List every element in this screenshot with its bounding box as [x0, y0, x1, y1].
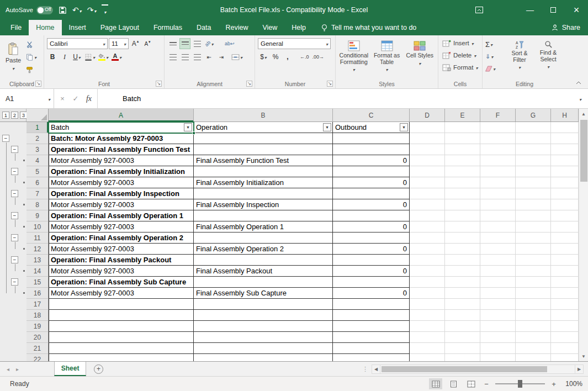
cell-g20[interactable] — [516, 332, 551, 343]
clear-dropdown-icon[interactable] — [493, 65, 495, 72]
cell-b8[interactable]: Final Assembly Inspection — [194, 199, 333, 210]
cell-a19[interactable] — [49, 321, 194, 332]
row-header-21[interactable]: 21 — [27, 343, 49, 354]
horizontal-scroll-track[interactable] — [380, 364, 575, 374]
cell-d4[interactable] — [410, 155, 445, 166]
cell-g15[interactable] — [516, 277, 551, 288]
cell-g8[interactable] — [516, 199, 551, 210]
copy-dropdown-icon[interactable] — [34, 53, 36, 61]
cell-h12[interactable] — [551, 244, 579, 255]
cell-g21[interactable] — [516, 343, 551, 354]
format-as-table-button[interactable]: Format as Table — [370, 37, 404, 79]
column-header-h[interactable]: H — [551, 109, 579, 121]
cell-a5[interactable]: Operation: Final Assembly Initialization — [49, 166, 194, 177]
tab-data[interactable]: Data — [189, 20, 218, 35]
align-center-button[interactable] — [179, 51, 190, 62]
cell-f20[interactable] — [480, 332, 516, 343]
cell-b12[interactable]: Final Assembly Operation 2 — [194, 244, 333, 255]
cell-a8[interactable]: Motor Assembly 927-0003 — [49, 199, 194, 210]
undo-dropdown-icon[interactable] — [80, 6, 82, 14]
comma-style-button[interactable]: , — [282, 51, 293, 62]
font-name-dropdown-icon[interactable] — [103, 40, 105, 47]
cell-a16[interactable]: Motor Assembly 927-0003 — [49, 288, 194, 299]
cell-e8[interactable] — [445, 199, 480, 210]
cell-c3[interactable] — [333, 144, 410, 155]
cell-g12[interactable] — [516, 244, 551, 255]
cell-b9[interactable] — [194, 210, 333, 221]
find-select-button[interactable]: Find & Select — [534, 37, 563, 79]
underline-dropdown-icon[interactable] — [78, 53, 81, 61]
column-header-b[interactable]: B — [194, 109, 333, 121]
cell-g4[interactable] — [516, 155, 551, 166]
cell-g6[interactable] — [516, 177, 551, 188]
outline-collapse-button-row-2[interactable]: − — [2, 135, 9, 142]
cell-b10[interactable]: Final Assembly Operation 1 — [194, 221, 333, 233]
format-as-table-dropdown-icon[interactable] — [386, 66, 388, 73]
cell-b21[interactable] — [194, 343, 333, 354]
enter-button[interactable]: ✓ — [70, 94, 82, 103]
tab-home[interactable]: Home — [29, 20, 61, 35]
cell-e18[interactable] — [445, 310, 480, 321]
cell-d3[interactable] — [410, 144, 445, 155]
cell-e6[interactable] — [445, 177, 480, 188]
cell-h8[interactable] — [551, 199, 579, 210]
insert-function-button[interactable]: fx — [83, 94, 95, 103]
cell-b1[interactable]: Operation — [194, 122, 333, 133]
insert-cells-button[interactable]: Insert — [440, 37, 480, 49]
autosum-button[interactable]: Σ — [484, 39, 505, 50]
cell-a9[interactable]: Operation: Final Assembly Operation 1 — [49, 210, 194, 221]
cell-d1[interactable] — [410, 122, 445, 133]
cell-a22[interactable] — [49, 354, 194, 361]
autosum-dropdown-icon[interactable] — [490, 40, 492, 48]
cell-g1[interactable] — [516, 122, 551, 133]
font-size-dropdown-icon[interactable] — [124, 40, 126, 47]
zoom-level[interactable]: 100% — [563, 380, 582, 388]
cell-d18[interactable] — [410, 310, 445, 321]
redo-dropdown-icon[interactable] — [94, 6, 96, 14]
maximize-button[interactable] — [542, 0, 565, 20]
cell-c14[interactable]: 0 — [333, 266, 410, 277]
bold-button[interactable]: B — [47, 51, 58, 62]
cell-e11[interactable] — [445, 233, 480, 244]
cell-e17[interactable] — [445, 299, 480, 310]
horizontal-scroll-thumb[interactable] — [382, 366, 547, 372]
row-header-8[interactable]: 8 — [27, 199, 49, 210]
cell-h11[interactable] — [551, 233, 579, 244]
row-header-17[interactable]: 17 — [27, 299, 49, 310]
column-header-c[interactable]: C — [333, 109, 410, 121]
outline-collapse-button-row-13[interactable]: − — [11, 256, 18, 263]
new-sheet-button[interactable]: + — [94, 364, 103, 374]
cell-b16[interactable]: Final Assembly Sub Capture — [194, 288, 333, 299]
cell-f12[interactable] — [480, 244, 516, 255]
cell-h3[interactable] — [551, 144, 579, 155]
scroll-up-button[interactable]: ▲ — [579, 109, 588, 119]
tell-me-box[interactable]: Tell me what you want to do — [321, 20, 416, 35]
column-header-d[interactable]: D — [410, 109, 445, 121]
cell-f22[interactable] — [480, 354, 516, 361]
row-header-3[interactable]: 3 — [27, 144, 49, 155]
autosave-toggle[interactable]: AutoSave Off — [6, 6, 53, 14]
cell-c9[interactable] — [333, 210, 410, 221]
outline-collapse-button-row-9[interactable]: − — [11, 212, 18, 219]
row-header-20[interactable]: 20 — [27, 332, 49, 343]
outline-collapse-button-row-15[interactable]: − — [11, 278, 18, 286]
cell-c5[interactable] — [333, 166, 410, 177]
cell-e2[interactable] — [445, 133, 480, 144]
merge-center-button[interactable] — [230, 51, 243, 62]
cell-b7[interactable] — [194, 188, 333, 199]
minimize-button[interactable]: — — [518, 0, 542, 20]
cell-b15[interactable] — [194, 277, 333, 288]
cell-g11[interactable] — [516, 233, 551, 244]
cell-h14[interactable] — [551, 266, 579, 277]
cell-a12[interactable]: Motor Assembly 927-0003 — [49, 244, 194, 255]
row-header-10[interactable]: 10 — [27, 221, 49, 233]
cell-b4[interactable]: Final Assembly Function Test — [194, 155, 333, 166]
undo-button[interactable]: ↶ — [72, 6, 82, 14]
cell-e1[interactable] — [445, 122, 480, 133]
cell-c7[interactable] — [333, 188, 410, 199]
sort-filter-button[interactable]: AZ Sort & Filter — [505, 37, 534, 79]
cell-g14[interactable] — [516, 266, 551, 277]
cell-f2[interactable] — [480, 133, 516, 144]
cell-g19[interactable] — [516, 321, 551, 332]
cell-f17[interactable] — [480, 299, 516, 310]
